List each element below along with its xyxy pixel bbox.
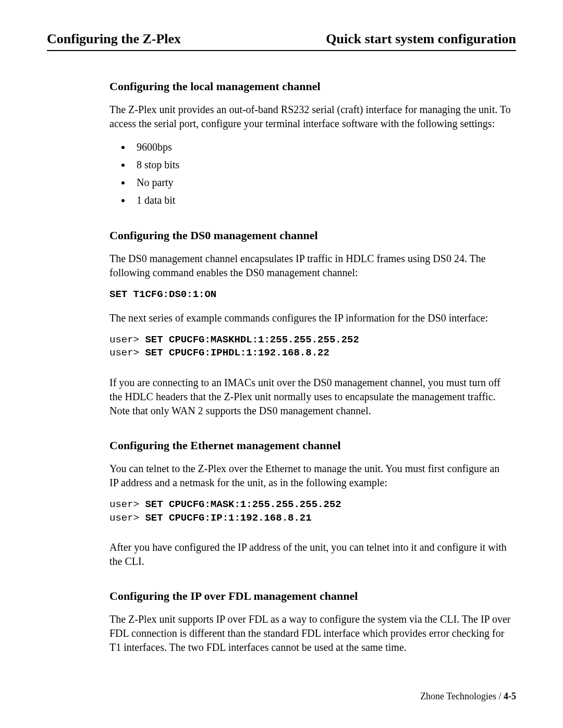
list-item: 9600bps	[131, 139, 511, 155]
paragraph-ds0-1: The DS0 management channel encapsulates …	[109, 252, 511, 280]
command-block: user> SET CPUCFG:MASKHDL:1:255.255.255.2…	[109, 334, 511, 360]
paragraph-eth-1: You can telnet to the Z-Plex over the Et…	[109, 462, 511, 490]
paragraph-eth-2: After you have configured the IP address…	[109, 540, 511, 569]
list-item: No party	[131, 175, 511, 190]
list-item: 1 data bit	[131, 192, 511, 208]
prompt: user>	[109, 334, 139, 346]
section-heading-local: Configuring the local management channel	[109, 80, 511, 93]
section-heading-ds0: Configuring the DS0 management channel	[109, 229, 511, 242]
paragraph-fdl-1: The Z-Plex unit supports IP over FDL as …	[109, 612, 511, 655]
page-header: Configuring the Z-Plex Quick start syste…	[47, 31, 516, 51]
settings-list: 9600bps 8 stop bits No party 1 data bit	[109, 139, 511, 208]
command-block: user> SET CPUCFG:MASK:1:255.255.255.252 …	[109, 498, 511, 525]
command-text: SET CPUCFG:MASKHDL:1:255.255.255.252	[145, 334, 359, 346]
section-heading-fdl: Configuring the IP over FDL management c…	[109, 589, 511, 603]
command-text: SET T1CFG:DS0:1:ON	[109, 289, 216, 300]
command-line: user> SET CPUCFG:MASKHDL:1:255.255.255.2…	[109, 334, 511, 347]
command-text: SET CPUCFG:MASK:1:255.255.255.252	[145, 499, 341, 510]
page-footer: Zhone Technologies / 4-5	[420, 691, 516, 702]
list-item: 8 stop bits	[131, 157, 511, 172]
command-text: SET CPUCFG:IPHDL:1:192.168.8.22	[145, 347, 329, 359]
paragraph-ds0-2: The next series of example commands conf…	[109, 311, 511, 325]
prompt: user>	[109, 347, 139, 359]
prompt: user>	[109, 512, 139, 524]
section-heading-eth: Configuring the Ethernet management chan…	[109, 439, 511, 452]
paragraph-local-intro: The Z-Plex unit provides an out-of-band …	[109, 103, 511, 131]
command-line: user> SET CPUCFG:IPHDL:1:192.168.8.22	[109, 347, 511, 360]
footer-company: Zhone Technologies /	[420, 691, 501, 701]
command-block: SET T1CFG:DS0:1:ON	[109, 288, 511, 302]
prompt: user>	[109, 499, 139, 510]
page-content: Configuring the local management channel…	[109, 80, 511, 655]
header-right-title: Quick start system configuration	[326, 31, 516, 47]
paragraph-ds0-3: If you are connecting to an IMACs unit o…	[109, 376, 511, 418]
command-text: SET CPUCFG:IP:1:192.168.8.21	[145, 512, 311, 524]
command-line: user> SET CPUCFG:MASK:1:255.255.255.252	[109, 498, 511, 512]
footer-page-number: 4-5	[504, 691, 516, 701]
header-left-title: Configuring the Z-Plex	[47, 31, 181, 47]
command-line: user> SET CPUCFG:IP:1:192.168.8.21	[109, 512, 511, 525]
